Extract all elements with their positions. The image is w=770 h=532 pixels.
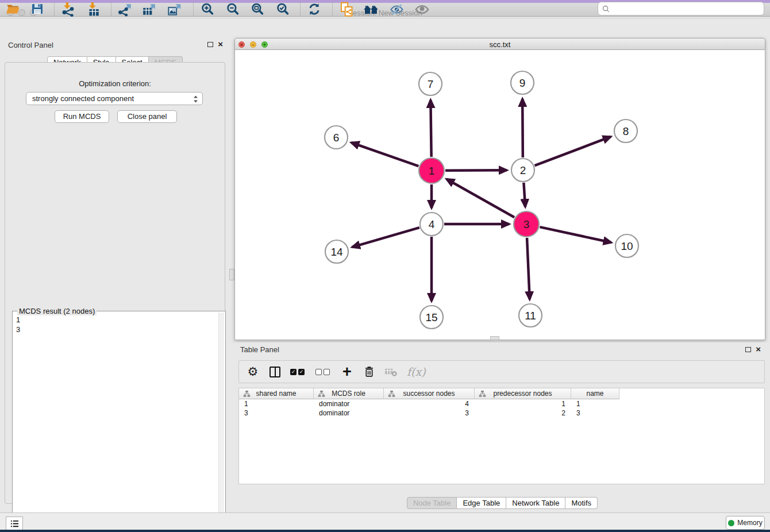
graph-node-label: 3 <box>523 218 530 230</box>
graph-node-label: 8 <box>623 125 629 137</box>
export-table-icon[interactable] <box>140 1 159 18</box>
optimization-select[interactable]: strongly connected component <box>26 92 203 105</box>
run-mcds-button[interactable]: Run MCDS <box>55 110 109 123</box>
export-network-icon[interactable] <box>116 1 135 18</box>
result-line: 3 <box>16 325 20 334</box>
table-tab-network-table[interactable]: Network Table <box>506 497 565 509</box>
graph-edge-3-11[interactable] <box>527 238 530 299</box>
column-header-successor-nodes[interactable]: successor nodes <box>384 388 475 399</box>
toolbar-separator <box>300 2 301 17</box>
trash-icon[interactable] <box>363 365 375 378</box>
table-tab-motifs[interactable]: Motifs <box>565 497 598 509</box>
save-session-icon[interactable] <box>28 1 47 18</box>
network-view-window: × − + scc.txt 7968124314101511 <box>234 38 765 340</box>
graph-edge-4-14[interactable] <box>352 228 419 247</box>
table-tab-node-table[interactable]: Node Table <box>407 497 457 509</box>
table-cell: 3 <box>239 408 314 418</box>
node-table: shared nameMCDS rolesuccessor nodesprede… <box>238 388 765 484</box>
graph-edge-3-1[interactable] <box>446 179 514 217</box>
task-history-button[interactable] <box>6 516 23 530</box>
control-panel-title: Control Panel <box>8 41 53 49</box>
toolbar-separator <box>54 2 55 17</box>
column-header-predecessor-nodes[interactable]: predecessor nodes <box>475 388 571 399</box>
result-scrollbar[interactable] <box>218 313 224 526</box>
application-window: Session: New Session <box>0 0 770 532</box>
float-panel-icon[interactable] <box>207 42 213 47</box>
search-input[interactable] <box>613 5 764 13</box>
close-panel-icon[interactable]: × <box>218 41 223 48</box>
close-table-panel-icon[interactable]: × <box>756 346 761 353</box>
memory-status-icon <box>728 520 734 526</box>
vertical-splitter-handle[interactable] <box>229 269 234 280</box>
eye-slash-icon[interactable] <box>387 1 406 18</box>
list-icon <box>10 519 20 528</box>
table-cell: 4 <box>384 399 475 408</box>
horizontal-splitter-handle[interactable] <box>490 336 499 340</box>
graph-node-label: 6 <box>333 132 340 144</box>
float-table-panel-icon[interactable] <box>745 347 751 352</box>
network-window-titlebar[interactable]: × − + scc.txt <box>234 38 765 50</box>
status-bar: Memory <box>0 512 770 530</box>
table-cell: 1 <box>239 399 314 408</box>
graph-node-label: 15 <box>425 311 437 323</box>
table-cell: 2 <box>475 408 571 418</box>
zoom-selected-icon[interactable] <box>273 1 292 18</box>
table-cell: 3 <box>571 408 619 418</box>
column-header-shared-name[interactable]: shared name <box>239 388 314 399</box>
duplicate-network-icon[interactable] <box>337 1 356 18</box>
zoom-fit-icon[interactable] <box>248 1 267 18</box>
refresh-layout-icon[interactable] <box>305 1 324 18</box>
memory-label: Memory <box>737 519 762 527</box>
graph-edge-1-7[interactable] <box>430 100 431 157</box>
table-row[interactable]: 1dominator411 <box>239 399 764 408</box>
table-toolbar: ⚙ ✓✓ + f(x) <box>238 360 765 383</box>
table-body: 1dominator4113dominator323 <box>239 399 764 418</box>
network-window-title: scc.txt <box>235 40 765 49</box>
column-header-name[interactable]: name <box>571 388 619 399</box>
toolbar-separator <box>193 2 194 17</box>
table-header-row: shared nameMCDS rolesuccessor nodesprede… <box>239 388 764 399</box>
graph-node-label: 11 <box>525 310 536 322</box>
graph-edge-2-3[interactable] <box>523 183 525 207</box>
memory-button[interactable]: Memory <box>726 516 765 530</box>
add-icon[interactable]: + <box>341 366 353 377</box>
close-panel-button[interactable]: Close panel <box>117 110 177 123</box>
mcds-result-lines: 13 <box>16 315 20 334</box>
graph-edge-3-10[interactable] <box>540 227 611 242</box>
table-panel: Table Panel × ⚙ ✓✓ + f(x) shared nameMCD… <box>234 342 770 512</box>
search-icon <box>602 5 610 13</box>
table-tab-edge-table[interactable]: Edge Table <box>457 497 506 509</box>
import-table-icon[interactable] <box>83 1 103 18</box>
graph-edge-2-8[interactable] <box>535 137 611 165</box>
result-line: 1 <box>16 315 20 325</box>
search-field[interactable] <box>598 2 764 16</box>
eye-icon[interactable] <box>412 1 432 18</box>
graph-node-label: 2 <box>520 164 526 176</box>
export-image-icon[interactable] <box>165 1 184 18</box>
column-header-MCDS-role[interactable]: MCDS role <box>314 388 384 399</box>
table-row[interactable]: 3dominator323 <box>239 408 764 418</box>
gear-icon[interactable]: ⚙ <box>247 365 259 379</box>
graph-node-label: 7 <box>428 78 434 90</box>
graph-edge-1-2[interactable] <box>445 170 507 171</box>
select-all-icon[interactable]: ✓✓ <box>290 369 306 375</box>
optimization-label: Optimization criterion: <box>5 79 225 88</box>
chevron-updown-icon <box>193 95 198 103</box>
mcds-result-box: MCDS result (2 nodes) 13 <box>12 311 226 528</box>
houses-icon[interactable] <box>361 1 381 18</box>
graph-edge-2-9[interactable] <box>522 99 523 157</box>
delete-table-icon[interactable] <box>384 367 398 377</box>
graph-node-label: 9 <box>519 77 526 89</box>
zoom-in-icon[interactable] <box>198 1 217 18</box>
graph-node-label: 1 <box>429 165 435 177</box>
mcds-result-title: MCDS result (2 nodes) <box>17 307 97 315</box>
graph-edge-1-6[interactable] <box>351 142 418 166</box>
network-canvas[interactable]: 7968124314101511 <box>234 50 765 340</box>
deselect-all-icon[interactable] <box>315 369 332 375</box>
zoom-out-icon[interactable] <box>223 1 242 18</box>
function-builder-icon[interactable]: f(x) <box>407 365 426 378</box>
open-session-icon[interactable] <box>3 1 23 18</box>
graph-node-label: 10 <box>621 240 633 252</box>
columns-icon[interactable] <box>268 367 281 377</box>
import-network-icon[interactable] <box>58 1 78 18</box>
